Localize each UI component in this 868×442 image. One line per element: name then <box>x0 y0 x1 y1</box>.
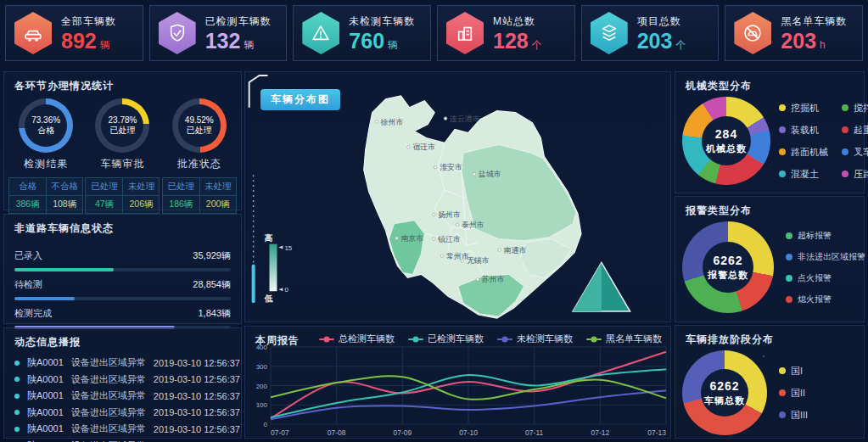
news-row[interactable]: 陕A0001设备进出区域异常2019-03-10 12:56:37 <box>14 388 231 405</box>
legend-item[interactable]: 已检测车辆数 <box>408 333 484 345</box>
city-marker[interactable] <box>473 172 476 176</box>
legend-item[interactable]: 总检测车辆数 <box>319 333 395 345</box>
alarm-legend: 超标报警非法进出区域报警点火报警熄火报警 <box>786 230 865 305</box>
legend-item[interactable]: 压路机 <box>842 168 868 181</box>
legend-item[interactable]: 国III <box>779 409 808 422</box>
panel-title: 非道路车辆信息状态 <box>4 215 241 239</box>
gauge-检测结果: 73.36%合格检测结果合格不合格386辆108辆 <box>8 98 83 214</box>
legend-item[interactable]: 黑名单车辆数 <box>586 333 662 345</box>
svg-text:400: 400 <box>256 344 268 351</box>
gauge-ring: 49.52%已处理 <box>172 98 227 153</box>
city-marker[interactable] <box>432 213 435 216</box>
city-marker[interactable] <box>498 249 501 252</box>
donut-total-label: 报警总数 <box>708 269 748 282</box>
legend-item[interactable]: 挖掘机 <box>779 102 828 115</box>
scroll-accent-decoration[interactable] <box>252 264 255 303</box>
legend-item[interactable]: 超标报警 <box>786 230 865 242</box>
stat-card-title: 全部车辆数 <box>61 14 116 29</box>
city-label: 扬州市 <box>438 210 461 219</box>
news-plate: 陕A0001 <box>27 389 64 402</box>
legend-dot-icon <box>842 126 848 133</box>
progress-track[interactable] <box>14 268 231 271</box>
legend-label: 超标报警 <box>798 230 832 242</box>
city-marker[interactable] <box>432 238 435 241</box>
stat-card-5: 项目总数203个 <box>581 5 720 61</box>
shield-check-icon <box>159 12 196 54</box>
news-row[interactable]: 陕A0001设备进出区域异常2019-03-10 12:56:37 <box>14 355 231 372</box>
panel-title: 车辆排放阶段分布 <box>675 326 864 350</box>
legend-marker <box>586 338 602 340</box>
stat-value: 200辆 <box>199 195 236 213</box>
progress-track[interactable] <box>14 297 231 300</box>
legend-label: 非法进出区域报警 <box>798 251 865 263</box>
legend-dot-icon <box>786 296 792 303</box>
city-marker[interactable] <box>461 260 464 263</box>
news-row[interactable]: 陕A0001设备进出区域异常2019-03-10 12:56:37 <box>14 438 231 442</box>
city-marker[interactable] <box>434 165 437 169</box>
legend-label: 点火报警 <box>798 272 832 284</box>
legend-item[interactable]: 起重机 <box>842 124 868 137</box>
city-label: 无锡市 <box>467 256 490 265</box>
news-row[interactable]: 陕A0001设备进出区域异常2019-03-10 12:56:37 <box>14 372 231 389</box>
news-message: 设备进出区域异常 <box>71 356 146 369</box>
legend-item[interactable]: 国II <box>779 387 808 400</box>
donut-center: 284机械总数 <box>702 116 751 165</box>
news-row[interactable]: 陕A0001设备进出区域异常2019-03-10 12:56:37 <box>14 421 231 438</box>
legend-item[interactable]: 国I <box>779 365 808 378</box>
stat-value: 206辆 <box>122 195 159 213</box>
progress-row: 已录入35,929辆 <box>14 249 231 271</box>
city-marker[interactable] <box>456 223 459 227</box>
bullet-icon <box>14 377 20 382</box>
bullet-icon <box>14 427 20 432</box>
city-label: 南通市 <box>504 246 527 255</box>
city-marker[interactable] <box>375 120 378 124</box>
legend-item[interactable]: 路面机械 <box>779 146 828 159</box>
gauge-ring: 23.78%已处理 <box>95 98 149 153</box>
gauge-车辆审批: 23.78%已处理车辆审批已处理未处理47辆206辆 <box>85 98 160 214</box>
city-label: 苏州市 <box>482 275 505 283</box>
svg-text:低: 低 <box>264 294 273 303</box>
legend-item[interactable]: 点火报警 <box>786 272 865 284</box>
province-shape[interactable]: 徐州市连云港市宿迁市淮安市盐城市扬州市泰州市南京市镇江市南通市常州市无锡市苏州市 <box>364 96 581 318</box>
legend-item[interactable]: 混凝土 <box>779 168 828 181</box>
bullet-icon <box>14 410 20 415</box>
legend-item[interactable]: 装载机 <box>779 124 828 137</box>
progress-label: 检测完成 <box>14 307 52 320</box>
gauge-stats-table: 合格不合格386辆108辆 <box>8 177 83 214</box>
stat-key: 未处理 <box>199 178 236 195</box>
donut-center: 6262车辆总数 <box>701 369 748 417</box>
gauge-stats-table: 已处理未处理47辆206辆 <box>85 177 160 214</box>
stat-card-title: 已检测车辆数 <box>205 14 272 29</box>
emission-donut-chart[interactable]: 6262车辆总数 <box>682 350 767 435</box>
svg-text:07-07: 07-07 <box>271 428 289 437</box>
no-car-icon <box>734 12 771 54</box>
map-title-badge[interactable]: 车辆分布图 <box>260 89 340 110</box>
machine-donut-chart[interactable]: 284机械总数 <box>682 97 770 185</box>
city-marker[interactable] <box>407 146 411 149</box>
news-row[interactable]: 陕A0001设备进出区域异常2019-03-10 12:56:37 <box>14 405 231 422</box>
legend-item[interactable]: 叉车 <box>842 146 868 159</box>
city-marker[interactable] <box>444 117 447 120</box>
legend-item[interactable]: 非法进出区域报警 <box>786 251 865 263</box>
news-panel: 动态信息播报 陕A0001设备进出区域异常2019-03-10 12:56:37… <box>3 327 242 439</box>
legend-label: 叉车 <box>854 146 868 159</box>
bullet-icon <box>14 394 20 399</box>
gauge-row: 73.36%合格检测结果合格不合格386辆108辆23.78%已处理车辆审批已处… <box>4 97 241 214</box>
city-label: 连云港市 <box>450 115 480 123</box>
alarm-donut-chart[interactable]: 6262报警总数 <box>682 221 774 313</box>
city-label: 南京市 <box>400 234 423 243</box>
gauge-status: 已处理 <box>109 125 135 137</box>
legend-item[interactable]: 熄火报警 <box>786 294 865 305</box>
svg-text:0: 0 <box>284 286 288 294</box>
legend-dot-icon <box>779 126 786 133</box>
city-marker[interactable] <box>395 237 399 240</box>
gauge-批准状态: 49.52%已处理批准状态已处理未处理186辆200辆 <box>162 98 237 214</box>
legend-item[interactable]: 未检测车辆数 <box>497 333 573 345</box>
city-marker[interactable] <box>440 255 444 258</box>
stat-card-2: 已检测车辆数132辆 <box>149 5 288 61</box>
city-marker[interactable] <box>476 278 479 282</box>
legend-dot-icon <box>779 104 786 111</box>
station-icon <box>446 12 484 54</box>
panel-title: 各环节办理情况统计 <box>4 72 241 97</box>
legend-item[interactable]: 搅拌站 <box>842 102 868 115</box>
